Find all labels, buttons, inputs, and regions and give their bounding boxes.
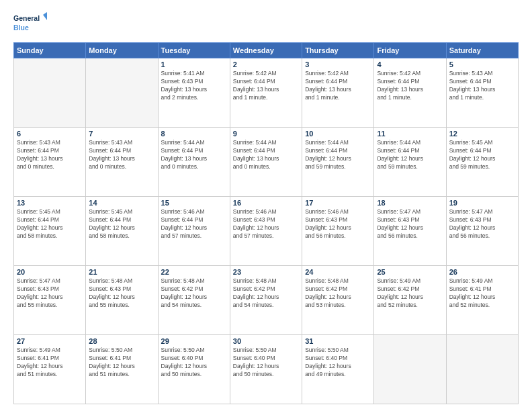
cell-info-line: Sunrise: 5:48 AM — [89, 277, 154, 285]
calendar-cell: 9Sunrise: 5:44 AMSunset: 6:44 PMDaylight… — [230, 128, 302, 197]
cell-info-line: Sunset: 6:43 PM — [161, 78, 227, 86]
cell-info-line: and 56 minutes. — [305, 232, 371, 240]
cell-info-line: and 1 minute. — [377, 94, 443, 102]
cell-info-line: and 52 minutes. — [449, 302, 515, 310]
cell-info-line: Daylight: 12 hours — [233, 293, 299, 302]
day-number: 12 — [449, 130, 515, 138]
calendar-cell: 1Sunrise: 5:41 AMSunset: 6:43 PMDaylight… — [158, 58, 230, 128]
cell-info-line: Sunrise: 5:48 AM — [233, 277, 299, 285]
day-number: 14 — [89, 199, 154, 207]
day-number: 2 — [233, 60, 299, 68]
cell-info-line: and 1 minute. — [449, 94, 515, 102]
cell-info-line: Sunrise: 5:43 AM — [449, 70, 515, 78]
cell-info-line: Sunset: 6:42 PM — [377, 285, 443, 293]
day-number: 28 — [89, 337, 154, 345]
cell-info-line: Sunrise: 5:42 AM — [305, 70, 371, 78]
cell-info-line: Daylight: 12 hours — [305, 224, 371, 232]
weekday-header-cell: Saturday — [446, 43, 518, 58]
day-number: 25 — [377, 268, 443, 276]
cell-info-line: Daylight: 12 hours — [377, 155, 443, 163]
cell-info-line: Sunrise: 5:44 AM — [377, 139, 443, 147]
cell-info-line: and 54 minutes. — [161, 302, 227, 310]
cell-info-line: Daylight: 13 hours — [161, 86, 227, 94]
calendar-cell: 16Sunrise: 5:46 AMSunset: 6:43 PMDayligh… — [230, 197, 302, 266]
cell-info-line: Sunrise: 5:47 AM — [377, 208, 443, 216]
cell-info-line: Sunrise: 5:44 AM — [233, 139, 299, 147]
day-number: 6 — [17, 130, 83, 138]
cell-info-line: Daylight: 12 hours — [89, 293, 154, 302]
calendar-cell: 15Sunrise: 5:46 AMSunset: 6:44 PMDayligh… — [158, 197, 230, 266]
cell-info-line: Daylight: 12 hours — [305, 363, 371, 371]
cell-info-line: and 59 minutes. — [377, 163, 443, 171]
page: General Blue SundayMondayTuesdayWednesda… — [0, 0, 532, 411]
cell-info-line: Sunset: 6:44 PM — [449, 147, 515, 155]
cell-info-line: Sunset: 6:43 PM — [89, 285, 154, 293]
calendar-cell: 13Sunrise: 5:45 AMSunset: 6:44 PMDayligh… — [14, 197, 86, 266]
cell-info-line: and 49 minutes. — [305, 371, 371, 379]
day-number: 16 — [233, 199, 299, 207]
calendar-cell: 28Sunrise: 5:50 AMSunset: 6:41 PMDayligh… — [86, 335, 158, 404]
cell-info-line: and 0 minutes. — [89, 163, 154, 171]
cell-info-line: Sunrise: 5:46 AM — [305, 208, 371, 216]
cell-info-line: Sunset: 6:44 PM — [17, 216, 83, 224]
calendar-cell: 6Sunrise: 5:43 AMSunset: 6:44 PMDaylight… — [14, 128, 86, 197]
cell-info-line: Daylight: 13 hours — [233, 86, 299, 94]
calendar-cell: 21Sunrise: 5:48 AMSunset: 6:43 PMDayligh… — [86, 266, 158, 335]
calendar-body: 1Sunrise: 5:41 AMSunset: 6:43 PMDaylight… — [14, 58, 519, 404]
cell-info-line: and 50 minutes. — [233, 371, 299, 379]
cell-info-line: Sunset: 6:44 PM — [161, 216, 227, 224]
cell-info-line: and 1 minute. — [233, 94, 299, 102]
cell-info-line: Daylight: 13 hours — [89, 155, 154, 163]
cell-info-line: Sunrise: 5:42 AM — [233, 70, 299, 78]
cell-info-line: Sunset: 6:43 PM — [305, 216, 371, 224]
cell-info-line: Sunset: 6:44 PM — [449, 78, 515, 86]
cell-info-line: Sunrise: 5:50 AM — [233, 347, 299, 355]
cell-info-line: Sunrise: 5:49 AM — [17, 347, 83, 355]
weekday-header-cell: Monday — [86, 43, 158, 58]
cell-info-line: Daylight: 13 hours — [449, 86, 515, 94]
cell-info-line: Sunset: 6:44 PM — [233, 147, 299, 155]
calendar-cell: 19Sunrise: 5:47 AMSunset: 6:43 PMDayligh… — [446, 197, 518, 266]
cell-info-line: Daylight: 12 hours — [305, 293, 371, 302]
calendar-cell: 22Sunrise: 5:48 AMSunset: 6:42 PMDayligh… — [158, 266, 230, 335]
calendar-cell: 18Sunrise: 5:47 AMSunset: 6:43 PMDayligh… — [374, 197, 446, 266]
calendar-cell: 5Sunrise: 5:43 AMSunset: 6:44 PMDaylight… — [446, 58, 518, 128]
cell-info-line: Sunset: 6:40 PM — [233, 355, 299, 363]
cell-info-line: Sunrise: 5:49 AM — [449, 277, 515, 285]
calendar-cell: 4Sunrise: 5:42 AMSunset: 6:44 PMDaylight… — [374, 58, 446, 128]
cell-info-line: Sunset: 6:44 PM — [377, 78, 443, 86]
logo-svg: General Blue — [13, 12, 47, 36]
cell-info-line: Daylight: 12 hours — [377, 224, 443, 232]
cell-info-line: Sunrise: 5:50 AM — [161, 347, 227, 355]
day-number: 4 — [377, 60, 443, 68]
cell-info-line: Sunrise: 5:45 AM — [89, 208, 154, 216]
cell-info-line: Daylight: 12 hours — [449, 293, 515, 302]
calendar-week-row: 27Sunrise: 5:49 AMSunset: 6:41 PMDayligh… — [14, 335, 519, 404]
cell-info-line: Sunrise: 5:46 AM — [161, 208, 227, 216]
calendar-cell: 12Sunrise: 5:45 AMSunset: 6:44 PMDayligh… — [446, 128, 518, 197]
day-number: 21 — [89, 268, 154, 276]
cell-info-line: Daylight: 12 hours — [449, 155, 515, 163]
cell-info-line: Sunset: 6:43 PM — [17, 285, 83, 293]
day-number: 15 — [161, 199, 227, 207]
calendar-cell: 23Sunrise: 5:48 AMSunset: 6:42 PMDayligh… — [230, 266, 302, 335]
calendar-cell — [374, 335, 446, 404]
calendar-cell: 29Sunrise: 5:50 AMSunset: 6:40 PMDayligh… — [158, 335, 230, 404]
day-number: 9 — [233, 130, 299, 138]
cell-info-line: and 52 minutes. — [377, 302, 443, 310]
cell-info-line: and 1 minute. — [305, 94, 371, 102]
cell-info-line: Sunrise: 5:44 AM — [161, 139, 227, 147]
calendar-week-row: 1Sunrise: 5:41 AMSunset: 6:43 PMDaylight… — [14, 58, 519, 128]
cell-info-line: Sunrise: 5:47 AM — [449, 208, 515, 216]
cell-info-line: Daylight: 12 hours — [89, 363, 154, 371]
svg-marker-2 — [43, 12, 47, 20]
cell-info-line: Sunset: 6:44 PM — [161, 147, 227, 155]
cell-info-line: Sunset: 6:43 PM — [449, 216, 515, 224]
calendar-table: SundayMondayTuesdayWednesdayThursdayFrid… — [13, 42, 519, 404]
weekday-header-row: SundayMondayTuesdayWednesdayThursdayFrid… — [14, 43, 519, 58]
day-number: 1 — [161, 60, 227, 68]
weekday-header-cell: Wednesday — [230, 43, 302, 58]
calendar-cell: 25Sunrise: 5:49 AMSunset: 6:42 PMDayligh… — [374, 266, 446, 335]
day-number: 5 — [449, 60, 515, 68]
day-number: 23 — [233, 268, 299, 276]
